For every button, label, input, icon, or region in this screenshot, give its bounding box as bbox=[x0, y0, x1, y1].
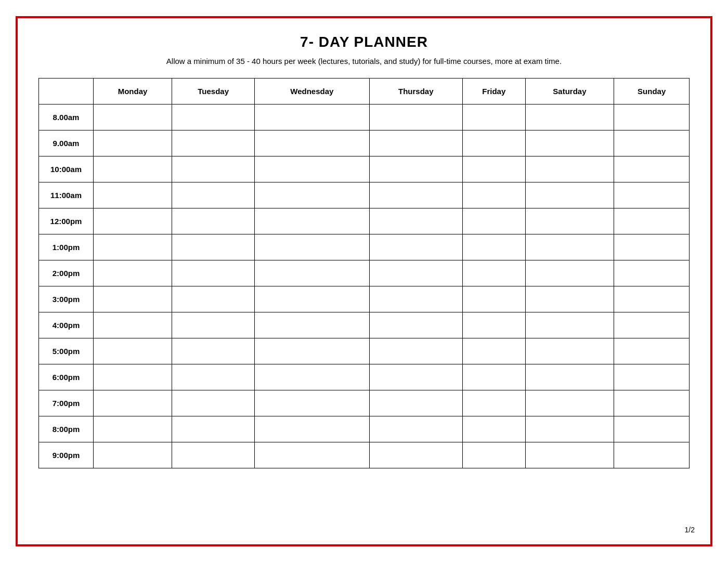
cell-0-6[interactable] bbox=[614, 104, 690, 130]
cell-8-1[interactable] bbox=[172, 312, 255, 338]
cell-3-1[interactable] bbox=[172, 182, 255, 208]
cell-0-3[interactable] bbox=[369, 104, 462, 130]
cell-9-6[interactable] bbox=[614, 338, 690, 364]
cell-2-4[interactable] bbox=[463, 156, 526, 182]
cell-1-6[interactable] bbox=[614, 130, 690, 156]
cell-7-1[interactable] bbox=[172, 286, 255, 312]
cell-6-6[interactable] bbox=[614, 260, 690, 286]
cell-10-0[interactable] bbox=[94, 364, 172, 390]
cell-12-5[interactable] bbox=[525, 416, 614, 442]
cell-12-0[interactable] bbox=[94, 416, 172, 442]
cell-10-6[interactable] bbox=[614, 364, 690, 390]
cell-6-3[interactable] bbox=[369, 260, 462, 286]
cell-5-5[interactable] bbox=[525, 234, 614, 260]
cell-5-1[interactable] bbox=[172, 234, 255, 260]
cell-9-4[interactable] bbox=[463, 338, 526, 364]
cell-8-6[interactable] bbox=[614, 312, 690, 338]
cell-4-5[interactable] bbox=[525, 208, 614, 234]
cell-6-2[interactable] bbox=[255, 260, 369, 286]
cell-2-5[interactable] bbox=[525, 156, 614, 182]
cell-7-0[interactable] bbox=[94, 286, 172, 312]
cell-9-5[interactable] bbox=[525, 338, 614, 364]
cell-2-3[interactable] bbox=[369, 156, 462, 182]
cell-12-4[interactable] bbox=[463, 416, 526, 442]
cell-6-4[interactable] bbox=[463, 260, 526, 286]
cell-5-3[interactable] bbox=[369, 234, 462, 260]
cell-13-6[interactable] bbox=[614, 442, 690, 468]
cell-10-1[interactable] bbox=[172, 364, 255, 390]
cell-1-2[interactable] bbox=[255, 130, 369, 156]
cell-11-6[interactable] bbox=[614, 390, 690, 416]
cell-4-2[interactable] bbox=[255, 208, 369, 234]
cell-4-6[interactable] bbox=[614, 208, 690, 234]
cell-4-0[interactable] bbox=[94, 208, 172, 234]
cell-10-2[interactable] bbox=[255, 364, 369, 390]
cell-11-1[interactable] bbox=[172, 390, 255, 416]
cell-9-0[interactable] bbox=[94, 338, 172, 364]
cell-1-0[interactable] bbox=[94, 130, 172, 156]
cell-13-2[interactable] bbox=[255, 442, 369, 468]
page-number: 1/2 bbox=[685, 526, 695, 534]
cell-4-4[interactable] bbox=[463, 208, 526, 234]
cell-8-4[interactable] bbox=[463, 312, 526, 338]
cell-5-2[interactable] bbox=[255, 234, 369, 260]
cell-3-3[interactable] bbox=[369, 182, 462, 208]
cell-7-2[interactable] bbox=[255, 286, 369, 312]
cell-8-3[interactable] bbox=[369, 312, 462, 338]
cell-3-2[interactable] bbox=[255, 182, 369, 208]
cell-0-4[interactable] bbox=[463, 104, 526, 130]
cell-3-5[interactable] bbox=[525, 182, 614, 208]
cell-5-0[interactable] bbox=[94, 234, 172, 260]
cell-6-1[interactable] bbox=[172, 260, 255, 286]
cell-8-0[interactable] bbox=[94, 312, 172, 338]
cell-7-5[interactable] bbox=[525, 286, 614, 312]
cell-9-1[interactable] bbox=[172, 338, 255, 364]
cell-11-2[interactable] bbox=[255, 390, 369, 416]
cell-0-5[interactable] bbox=[525, 104, 614, 130]
cell-2-2[interactable] bbox=[255, 156, 369, 182]
cell-9-3[interactable] bbox=[369, 338, 462, 364]
cell-10-3[interactable] bbox=[369, 364, 462, 390]
time-cell-11: 7:00pm bbox=[39, 390, 94, 416]
cell-6-0[interactable] bbox=[94, 260, 172, 286]
cell-7-4[interactable] bbox=[463, 286, 526, 312]
cell-13-4[interactable] bbox=[463, 442, 526, 468]
cell-0-2[interactable] bbox=[255, 104, 369, 130]
cell-8-5[interactable] bbox=[525, 312, 614, 338]
cell-5-4[interactable] bbox=[463, 234, 526, 260]
cell-1-4[interactable] bbox=[463, 130, 526, 156]
cell-10-4[interactable] bbox=[463, 364, 526, 390]
cell-12-6[interactable] bbox=[614, 416, 690, 442]
cell-2-6[interactable] bbox=[614, 156, 690, 182]
cell-13-3[interactable] bbox=[369, 442, 462, 468]
cell-1-5[interactable] bbox=[525, 130, 614, 156]
cell-1-1[interactable] bbox=[172, 130, 255, 156]
cell-4-3[interactable] bbox=[369, 208, 462, 234]
cell-2-0[interactable] bbox=[94, 156, 172, 182]
cell-6-5[interactable] bbox=[525, 260, 614, 286]
cell-3-0[interactable] bbox=[94, 182, 172, 208]
cell-8-2[interactable] bbox=[255, 312, 369, 338]
cell-0-0[interactable] bbox=[94, 104, 172, 130]
cell-3-6[interactable] bbox=[614, 182, 690, 208]
cell-4-1[interactable] bbox=[172, 208, 255, 234]
cell-1-3[interactable] bbox=[369, 130, 462, 156]
cell-13-1[interactable] bbox=[172, 442, 255, 468]
cell-7-3[interactable] bbox=[369, 286, 462, 312]
cell-11-5[interactable] bbox=[525, 390, 614, 416]
cell-12-1[interactable] bbox=[172, 416, 255, 442]
cell-3-4[interactable] bbox=[463, 182, 526, 208]
cell-12-2[interactable] bbox=[255, 416, 369, 442]
cell-13-0[interactable] bbox=[94, 442, 172, 468]
cell-13-5[interactable] bbox=[525, 442, 614, 468]
cell-2-1[interactable] bbox=[172, 156, 255, 182]
cell-10-5[interactable] bbox=[525, 364, 614, 390]
cell-11-0[interactable] bbox=[94, 390, 172, 416]
cell-12-3[interactable] bbox=[369, 416, 462, 442]
cell-11-3[interactable] bbox=[369, 390, 462, 416]
cell-7-6[interactable] bbox=[614, 286, 690, 312]
cell-5-6[interactable] bbox=[614, 234, 690, 260]
cell-0-1[interactable] bbox=[172, 104, 255, 130]
cell-11-4[interactable] bbox=[463, 390, 526, 416]
cell-9-2[interactable] bbox=[255, 338, 369, 364]
